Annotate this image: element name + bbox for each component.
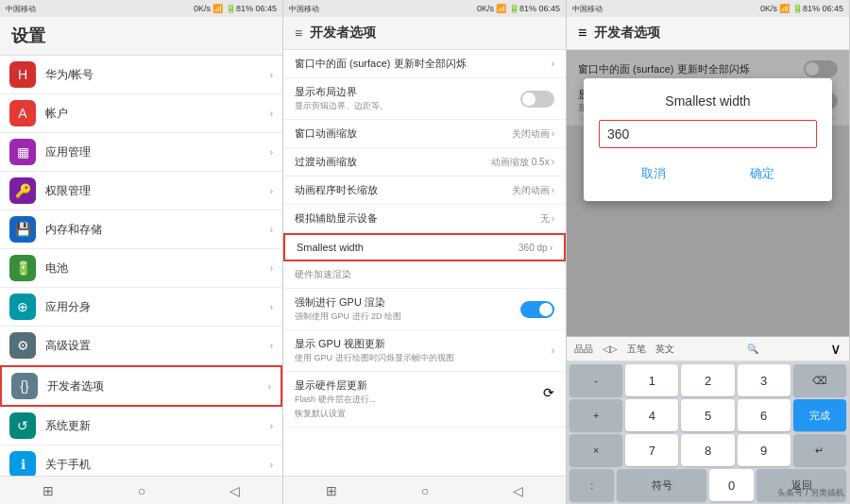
kb-0[interactable]: 0: [709, 469, 754, 501]
dev-item-hw-accel[interactable]: 硬件加速渲染: [283, 261, 566, 289]
keyboard-top-bar: 品品 ◁▷ 五笔 英文 🔍 ∨: [567, 337, 849, 361]
menu-icon-3[interactable]: ≡: [578, 25, 586, 42]
settings-item-about[interactable]: ℹ 关于手机 ›: [0, 445, 282, 476]
dev-header-title-3: 开发者选项: [594, 25, 660, 42]
dialog-overlay: Smallest width 取消 确定: [567, 50, 849, 336]
cancel-button[interactable]: 取消: [622, 161, 685, 186]
dialog-buttons: 取消 确定: [599, 161, 817, 186]
arrow-dev-show-gpu-updates: ›: [552, 345, 554, 356]
kb-tab-english[interactable]: 英文: [655, 343, 674, 356]
dev-item-force-gpu[interactable]: 强制进行 GPU 渲染 强制使用 GPU 进行 2D 绘图: [283, 289, 566, 330]
settings-item-app-mgmt[interactable]: ▦ 应用管理 ›: [0, 133, 282, 172]
menu-icon[interactable]: ≡: [295, 25, 302, 41]
icon-about: ℹ: [9, 451, 36, 476]
kb-tab-arrows[interactable]: ◁▷: [603, 344, 618, 354]
dev-value-animator-dur: 关闭动画: [512, 184, 550, 197]
label-app-mgmt: 应用管理: [45, 144, 270, 160]
dev-value-transition-anim: 动画缩放 0.5x: [491, 156, 550, 169]
settings-item-perm[interactable]: 🔑 权限管理 ›: [0, 172, 282, 210]
kb-5[interactable]: 5: [681, 399, 734, 431]
toggle-show-layout[interactable]: [520, 91, 554, 108]
arrow-dev-animator-dur: ›: [552, 185, 554, 195]
nav-circle-2[interactable]: ○: [421, 483, 429, 498]
dev-main-force-gpu: 强制进行 GPU 渲染: [295, 295, 401, 310]
kb-symbols[interactable]: 符号: [617, 469, 706, 501]
nav-home[interactable]: ⊞: [42, 483, 54, 498]
kb-tab-wubi[interactable]: 五笔: [627, 343, 646, 356]
arrow-account: ›: [270, 109, 273, 119]
dev-main-smallest-width: Smallest width: [297, 242, 518, 253]
kb-9[interactable]: 9: [738, 434, 790, 466]
kb-multiply[interactable]: ×: [570, 434, 622, 466]
arrow-about: ›: [270, 460, 273, 470]
kb-plus[interactable]: +: [570, 399, 622, 431]
dev-item-window-anim[interactable]: 窗口动画缩放 关闭动画 ›: [283, 120, 566, 148]
label-perm: 权限管理: [45, 183, 270, 199]
label-sysupdate: 系统更新: [45, 418, 270, 434]
settings-item-app-clone[interactable]: ⊕ 应用分身 ›: [0, 288, 282, 327]
dev-item-simulate-display[interactable]: 模拟辅助显示设备 无 ›: [283, 205, 566, 233]
dev-item-smallest-width[interactable]: Smallest width 360 dp ›: [283, 233, 566, 261]
smallest-width-input[interactable]: [599, 120, 817, 148]
kb-1[interactable]: 1: [625, 364, 678, 396]
settings-item-battery[interactable]: 🔋 电池 ›: [0, 249, 282, 288]
label-dev: 开发者选项: [47, 378, 268, 395]
kb-3[interactable]: 3: [738, 364, 790, 396]
dev-item-row-simulate-display: 模拟辅助显示设备 无 ›: [295, 211, 554, 226]
kb-2[interactable]: 2: [681, 364, 734, 396]
settings-item-storage[interactable]: 💾 内存和存储 ›: [0, 210, 282, 249]
nav-bar-1: ⊞ ○ ◁: [0, 476, 282, 504]
kb-enter[interactable]: ↵: [793, 434, 846, 466]
kb-done[interactable]: 完成: [793, 399, 846, 431]
label-battery: 电池: [45, 260, 270, 277]
arrow-dev-window-anim: ›: [552, 128, 554, 139]
arrow-storage: ›: [270, 225, 273, 235]
label-app-clone: 应用分身: [45, 299, 270, 315]
nav-home-2[interactable]: ⊞: [326, 483, 337, 498]
settings-item-account[interactable]: A 帐户 ›: [0, 94, 282, 133]
dev-item-animator-dur[interactable]: 动画程序时长缩放 关闭动画 ›: [283, 176, 566, 205]
nav-back-2[interactable]: ◁: [513, 483, 523, 498]
kb-tab-grid[interactable]: 品品: [574, 343, 593, 356]
dev-main-window-anim: 窗口动画缩放: [295, 126, 512, 141]
dev-item-transition-anim[interactable]: 过渡动画缩放 动画缩放 0.5x ›: [283, 148, 566, 176]
kb-chevron[interactable]: ∨: [830, 340, 842, 358]
kb-row-1: - 1 2 3 ⌫: [570, 364, 846, 396]
dev-item-window-surface[interactable]: 窗口中的面 (surface) 更新时全部闪烁 ›: [283, 50, 566, 78]
dev-main-show-hw-layers: 显示硬件层更新: [295, 378, 376, 393]
kb-7[interactable]: 7: [625, 434, 678, 466]
arrow-dev-simulate-display: ›: [552, 213, 554, 224]
dev-item-show-layout[interactable]: 显示布局边界 显示剪辑边界、边距等。: [283, 78, 566, 120]
carrier-2: 中国移动: [289, 4, 319, 14]
toggle-force-gpu[interactable]: [520, 301, 554, 318]
dev-item-show-hw-layers[interactable]: 显示硬件层更新 Flash 硬件层在进行... ⟳ 恢复默认设置: [283, 372, 566, 428]
dev-main-animator-dur: 动画程序时长缩放: [295, 183, 512, 197]
kb-backspace[interactable]: ⌫: [793, 364, 846, 396]
time-1: 06:45: [255, 4, 277, 13]
arrow-sysupdate: ›: [270, 421, 273, 431]
settings-item-advanced[interactable]: ⚙ 高级设置 ›: [0, 327, 282, 365]
kb-6[interactable]: 6: [738, 399, 790, 431]
toggle-knob-force-gpu: [539, 303, 552, 316]
settings-item-huawei[interactable]: H 华为/帐号 ›: [0, 56, 282, 94]
confirm-button[interactable]: 确定: [731, 161, 793, 186]
kb-row-2: + 4 5 6 完成: [570, 399, 846, 431]
icon-storage: 💾: [9, 216, 36, 243]
dev-main-window-surface: 窗口中的面 (surface) 更新时全部闪烁: [295, 57, 550, 71]
nav-back[interactable]: ◁: [230, 483, 240, 498]
nav-circle[interactable]: ○: [138, 483, 145, 498]
dev-item-row-show-layout: 显示布局边界 显示剪辑边界、边距等。: [295, 85, 554, 112]
kb-8[interactable]: 8: [681, 434, 734, 466]
kb-search-icon[interactable]: 🔍: [747, 344, 758, 354]
dev-item-show-gpu-updates[interactable]: 显示 GPU 视图更新 使用 GPU 进行绘图时闪烁显示帧中的视图 ›: [283, 330, 566, 372]
kb-4[interactable]: 4: [625, 399, 678, 431]
dev-value-window-anim: 关闭动画: [512, 127, 550, 141]
arrow-dev-smallest-width: ›: [550, 243, 552, 253]
kb-colon[interactable]: :: [570, 469, 614, 501]
kb-minus[interactable]: -: [570, 364, 622, 396]
dev-item-row-force-gpu: 强制进行 GPU 渲染 强制使用 GPU 进行 2D 绘图: [295, 295, 554, 323]
settings-item-dev[interactable]: {} 开发者选项 ›: [0, 365, 282, 407]
settings-item-sysupdate[interactable]: ↺ 系统更新 ›: [0, 407, 282, 445]
arrow-app-clone: ›: [270, 302, 273, 312]
toggle-knob-show-layout: [522, 92, 536, 106]
